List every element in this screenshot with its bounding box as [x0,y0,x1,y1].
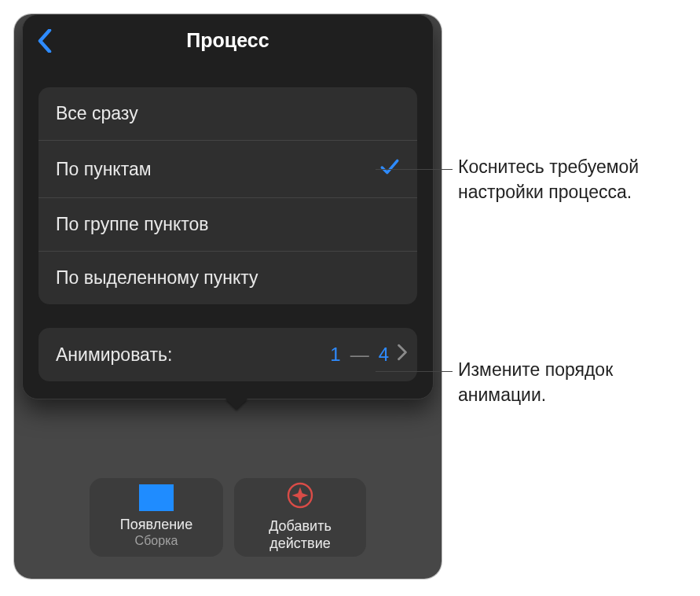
bottom-row: Появление Сборка Добавить действие [90,478,366,557]
callout-line-1 [376,169,453,170]
animate-to: 4 [379,344,389,366]
back-button[interactable] [37,29,53,56]
animate-dash: — [350,344,369,366]
callout-line-2 [376,371,453,372]
option-label: По пунктам [56,159,152,180]
option-all-at-once[interactable]: Все сразу [38,87,417,140]
callout-text-1: Коснитесь требуемой настройки процесса. [458,154,694,204]
animate-group: Анимировать: 1 — 4 [38,328,417,381]
option-label: По выделенному пункту [56,267,258,289]
process-popover: Процесс Все сразу По пунктам По группе п… [22,14,434,399]
option-by-group[interactable]: По группе пунктов [38,197,417,251]
option-label: По группе пунктов [56,214,209,235]
appear-chip-title: Появление [120,516,192,533]
process-options-group: Все сразу По пунктам По группе пунктов П… [38,87,417,304]
popover-header: Процесс [23,15,433,65]
add-action-icon [286,481,314,513]
appear-chip-sub: Сборка [135,533,178,549]
option-by-bullets[interactable]: По пунктам [38,140,417,197]
svg-marker-1 [292,487,309,504]
add-action-line2: действие [269,535,330,552]
animate-row[interactable]: Анимировать: 1 — 4 [38,328,417,381]
callout-text-2: Измените порядок анимации. [458,357,694,407]
appear-thumbnail [139,484,174,511]
option-label: Все сразу [56,103,138,124]
chevron-right-icon [397,344,408,366]
popover-title: Процесс [23,29,433,52]
appear-chip[interactable]: Появление Сборка [90,478,223,557]
chevron-left-icon [37,29,53,53]
device-frame: Появление Сборка Добавить действие [14,14,442,579]
animate-range: 1 — 4 [330,344,389,366]
animate-label: Анимировать: [56,344,330,366]
animate-from: 1 [330,344,340,366]
add-action-chip[interactable]: Добавить действие [234,478,366,557]
option-by-highlighted[interactable]: По выделенному пункту [38,251,417,304]
add-action-line1: Добавить [269,517,332,535]
